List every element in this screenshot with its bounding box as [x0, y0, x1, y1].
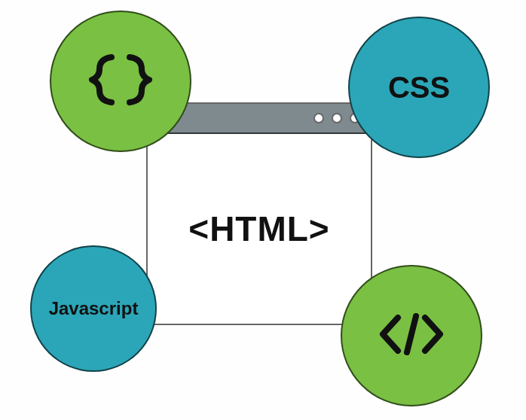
closing-tag-icon [374, 304, 449, 367]
technology-circle-braces [50, 11, 191, 152]
window-body: <HTML> [148, 134, 371, 324]
technology-circle-tag [341, 265, 482, 406]
technology-circle-javascript: Javascript [30, 245, 157, 372]
technology-circle-css: CSS [348, 17, 490, 158]
javascript-label: Javascript [49, 298, 139, 319]
browser-window: <HTML> [146, 102, 372, 325]
css-label: CSS [388, 71, 450, 105]
window-control-dot [313, 113, 324, 123]
html-label: <HTML> [188, 208, 329, 249]
curly-braces-icon [83, 50, 158, 113]
window-control-dot [332, 113, 342, 123]
